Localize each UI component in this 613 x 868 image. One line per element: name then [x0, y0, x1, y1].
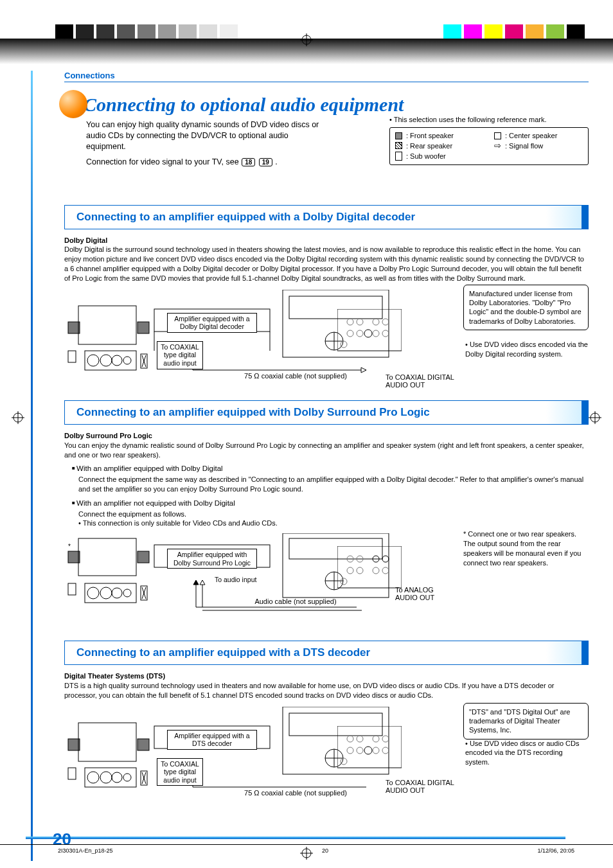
svg-rect-45	[78, 538, 136, 576]
svg-rect-79	[68, 739, 80, 750]
pl-subhead: Dolby Surround Pro Logic	[64, 432, 152, 439]
svg-point-78	[341, 578, 347, 585]
center-speaker-icon	[494, 132, 501, 139]
svg-point-50	[87, 587, 99, 599]
front-speaker-icon	[395, 132, 402, 139]
svg-rect-11	[138, 322, 149, 333]
svg-point-41	[382, 330, 389, 337]
svg-point-86	[112, 772, 122, 783]
title-orb-icon	[59, 90, 87, 118]
dolby-digital-text: Dolby Digital is the surround sound tech…	[64, 245, 584, 282]
svg-text:*: *	[68, 543, 71, 550]
pl-bullet1-text: Connect the equipment the same way as de…	[78, 475, 589, 494]
pl-to-audio-label: To audio input	[212, 574, 266, 585]
blue-vertical-rule	[31, 71, 33, 861]
diagram-pro-logic: * Amplifier equipped withDolby Surround …	[64, 533, 589, 626]
page-ref-19: 19	[259, 158, 272, 166]
svg-marker-62	[193, 580, 199, 585]
svg-point-87	[123, 774, 131, 781]
legend-intro: • This selection uses the following refe…	[389, 116, 589, 123]
page-title-text: Connecting to optional audio equipment	[84, 94, 404, 115]
diagram-dts: Amplifier equipped with aDTS decoder To …	[64, 707, 589, 803]
svg-point-104	[382, 736, 389, 742]
svg-point-16	[112, 355, 122, 366]
pl-sub-bullet: • This connection is only suitable for V…	[78, 519, 589, 527]
svg-point-75	[357, 567, 363, 574]
footer-page: 20	[322, 847, 328, 861]
svg-rect-47	[68, 583, 76, 595]
legend-sub: : Sub woofer	[406, 152, 446, 160]
svg-point-103	[373, 736, 379, 742]
svg-point-106	[357, 747, 363, 754]
intro-paragraph: You can enjoy high quality dynamic sound…	[86, 120, 330, 152]
dd-out-label: To COAXIAL DIGITALAUDIO OUT	[386, 373, 482, 389]
dts-tip: Use DVD video discs or audio CDs encoded…	[465, 739, 589, 768]
svg-point-36	[373, 319, 379, 325]
dolby-digital-subhead: Dolby Digital	[64, 236, 107, 244]
dts-cable-label: 75 Ω coaxial cable (not supplied)	[231, 789, 360, 797]
pl-aside: * Connect one or two rear speakers. The …	[463, 529, 589, 567]
dts-to-coax-label: To COAXIALtype digitalaudio input	[157, 758, 203, 786]
svg-point-84	[87, 772, 99, 783]
dd-cable-label: 75 Ω coaxial cable (not supplied)	[231, 372, 360, 380]
svg-rect-83	[85, 768, 136, 787]
section-pro-logic-title: Connecting to an amplifier equipped with…	[64, 400, 589, 425]
dd-rear-panel-svg	[337, 309, 402, 360]
dolby-digital-body: Dolby Digital Dolby Digital is the surro…	[64, 236, 589, 283]
svg-point-105	[347, 747, 353, 754]
pl-text: You can enjoy the dynamic realistic soun…	[64, 441, 584, 459]
breadcrumb: Connections	[64, 71, 589, 82]
svg-point-102	[357, 736, 363, 742]
intro-line2-b: .	[275, 157, 277, 166]
svg-point-17	[123, 357, 131, 364]
svg-point-109	[341, 758, 347, 765]
svg-point-70	[347, 556, 353, 562]
page-title: Connecting to optional audio equipment	[64, 94, 589, 116]
svg-point-74	[347, 567, 353, 574]
svg-point-72	[373, 556, 379, 562]
sub-woofer-icon	[395, 152, 402, 161]
legend-center: : Center speaker	[505, 132, 557, 139]
pl-bullet2-text: Connect the equipment as follows.	[78, 509, 589, 519]
svg-point-40	[373, 330, 379, 337]
svg-point-51	[100, 587, 112, 599]
dd-tip: Use DVD video discs encoded via the Dolb…	[465, 340, 589, 359]
svg-point-42	[341, 341, 347, 348]
svg-rect-13	[85, 351, 136, 370]
svg-rect-80	[78, 723, 136, 761]
svg-rect-82	[68, 768, 76, 779]
pl-bullet1: With an amplifier equipped with Dolby Di…	[72, 463, 589, 474]
legend-flow: : Signal flow	[505, 142, 543, 150]
svg-point-77	[382, 567, 389, 574]
svg-point-39	[357, 330, 363, 337]
dd-license-note: Manufactured under license from Dolby La…	[463, 285, 589, 330]
section-dolby-digital-title: Connecting to an amplifier equipped with…	[64, 205, 589, 229]
svg-rect-10	[78, 306, 136, 344]
svg-point-85	[100, 772, 112, 783]
pl-rear-panel-svg	[337, 546, 402, 598]
svg-point-101	[347, 736, 353, 742]
svg-point-14	[87, 355, 99, 366]
svg-point-71	[357, 556, 363, 562]
legend-front: : Front speaker	[406, 132, 454, 139]
rear-speaker-icon	[395, 142, 402, 149]
register-mark-top	[300, 33, 313, 46]
footer-date: 1/12/06, 20:05	[537, 847, 574, 861]
reference-legend-area: • This selection uses the following refe…	[389, 116, 589, 165]
pro-logic-body: Dolby Surround Pro Logic You can enjoy t…	[64, 431, 589, 460]
legend-box: : Front speaker : Center speaker : Rear …	[389, 127, 589, 165]
svg-rect-44	[68, 551, 80, 563]
svg-point-73	[382, 556, 389, 562]
svg-point-15	[100, 355, 112, 366]
dts-body: Digital Theater Systems (DTS) DTS is a h…	[64, 671, 589, 700]
footer-file: 2I30301A-En_p18-25	[58, 847, 113, 861]
dd-amp-label: Amplifier equipped with aDolby Digital d…	[167, 313, 257, 333]
svg-point-35	[357, 319, 363, 325]
dts-out-label: To COAXIAL DIGITALAUDIO OUT	[386, 779, 482, 794]
svg-point-53	[123, 589, 131, 597]
svg-point-43	[364, 330, 372, 337]
dd-to-coax-label: To COAXIALtype digitalaudio input	[157, 341, 203, 369]
svg-point-108	[382, 747, 389, 754]
intro-line2-a: Connection for video signal to your TV, …	[86, 157, 241, 166]
dts-rear-panel-svg	[337, 726, 402, 777]
